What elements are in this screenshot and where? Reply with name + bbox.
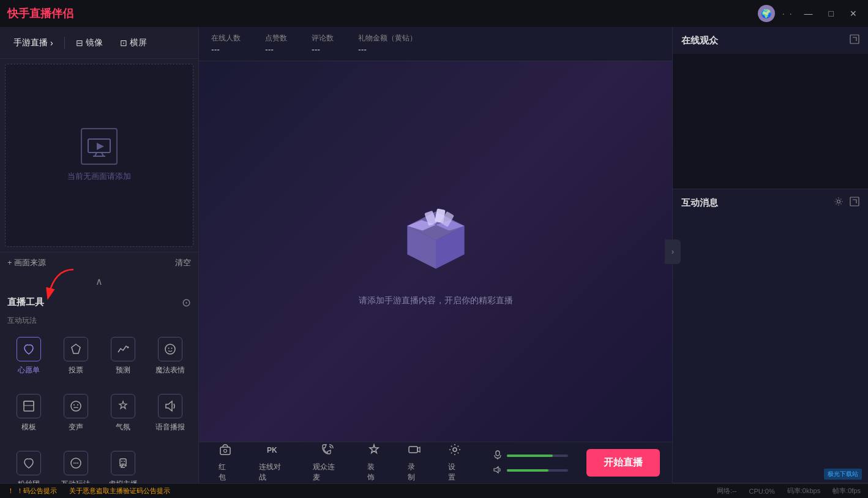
tools-grid-row2: 模板 变声 <box>7 389 191 437</box>
voice-announce-label: 语音播报 <box>155 422 185 432</box>
bottom-toolbar: 红包 PK 连线对战 观众连麦 <box>199 442 672 483</box>
tool-voice-announce[interactable]: 语音播报 <box>149 389 191 437</box>
preview-text: 当前无画面请添加 <box>67 171 131 182</box>
collapse-arrow[interactable]: ∧ <box>0 273 198 290</box>
svg-point-11 <box>71 401 81 411</box>
maximize-button[interactable]: □ <box>825 7 837 20</box>
sidebar-item-landscape[interactable]: ⊡ 横屏 <box>114 34 153 52</box>
svg-point-8 <box>171 347 172 349</box>
source-controls: + 画面来源 清空 <box>0 252 198 273</box>
right-panel: 在线观众 互动消息 <box>672 27 868 483</box>
tool-template[interactable]: 模板 <box>7 389 50 437</box>
preview-icon <box>81 128 118 165</box>
wishlist-icon <box>17 337 41 361</box>
toolbar-pk[interactable]: PK 连线对战 <box>252 439 293 486</box>
toolbar-redpocket[interactable]: 红包 <box>211 439 239 486</box>
template-label: 模板 <box>21 422 36 432</box>
alert2-text: 关于恶意盗取主播验证码公告提示 <box>69 486 170 496</box>
center-collapse-button[interactable]: › <box>665 240 681 264</box>
atmosphere-icon <box>111 394 135 418</box>
stat-gifts-label: 礼物金额（黄钻） <box>358 33 417 43</box>
stat-online-label: 在线人数 <box>211 33 241 43</box>
mobile-live-label: 手游直播 <box>13 37 48 48</box>
virtual-host-label: 虚拟主播 <box>108 479 138 484</box>
record-icon <box>408 443 421 459</box>
tool-interact-play[interactable]: 互动玩法 <box>54 446 97 484</box>
magic-emotion-label: 魔法表情 <box>155 365 185 375</box>
close-button[interactable]: ✕ <box>846 7 861 20</box>
svg-point-7 <box>168 347 169 349</box>
tool-virtual-host[interactable]: 虚拟主播 <box>102 446 144 484</box>
vote-icon <box>64 337 88 361</box>
tool-wishlist[interactable]: 心愿单 <box>7 332 50 380</box>
tool-atmosphere[interactable]: 气氛 <box>102 389 144 437</box>
minimize-button[interactable]: — <box>801 7 817 20</box>
svg-marker-14 <box>166 401 172 411</box>
tool-fan-group[interactable]: 粉丝团 <box>7 446 50 484</box>
watermark: 极光下载站 <box>824 469 862 480</box>
voice-change-label: 变声 <box>69 422 83 432</box>
stat-comments-value: --- <box>312 45 334 55</box>
tool-voice-change[interactable]: 变声 <box>54 389 97 437</box>
app-title: 快手直播伴侣 <box>7 6 73 21</box>
audience-title: 在线观众 <box>681 35 718 47</box>
left-sidebar: 手游直播 › ⊟ 镜像 ⊡ 横屏 <box>0 27 199 483</box>
template-icon <box>17 394 41 418</box>
settings-icon <box>448 443 462 459</box>
svg-point-12 <box>73 404 75 406</box>
pk-icon: PK <box>266 443 279 459</box>
mic-volume-row <box>493 450 568 462</box>
svg-point-21 <box>124 461 125 462</box>
redpocket-label: 红包 <box>219 462 232 483</box>
video-canvas: 请添加手游直播内容，开启你的精彩直播 › <box>199 61 672 442</box>
stat-comments: 评论数 --- <box>312 33 334 55</box>
stat-likes-label: 点赞数 <box>265 33 287 43</box>
svg-point-20 <box>121 461 122 462</box>
sidebar-item-mobile-live[interactable]: 手游直播 › <box>7 34 59 52</box>
svg-point-16 <box>73 462 75 464</box>
alert1-icon: ！ <box>7 486 14 496</box>
speaker-volume-bar[interactable] <box>507 469 568 472</box>
svg-point-34 <box>837 200 840 203</box>
vote-label: 投票 <box>69 365 83 375</box>
interact-play-icon <box>64 451 88 475</box>
avatar: 🌍 <box>758 5 775 22</box>
tool-vote[interactable]: 投票 <box>54 332 97 380</box>
svg-point-5 <box>127 346 129 348</box>
sidebar-item-mirror[interactable]: ⊟ 镜像 <box>70 34 109 52</box>
svg-point-6 <box>165 344 175 354</box>
connect-audience-label: 观众连麦 <box>313 462 340 483</box>
live-tools-section: 直播工具 ⊙ 互动玩法 心愿单 <box>0 290 198 484</box>
status-alert1: ！ ！码公告提示 <box>7 486 57 496</box>
nav-divider <box>64 37 65 49</box>
toolbar-connect-audience[interactable]: 观众连麦 <box>305 439 347 486</box>
status-fps: 帧率:0fps <box>832 486 861 496</box>
tool-predict[interactable]: 预测 <box>102 332 144 380</box>
toolbar-record[interactable]: 录制 <box>400 439 428 486</box>
status-network: 网络:-- <box>717 486 736 496</box>
title-bar-left: 快手直播伴侣 <box>7 6 73 21</box>
audience-icons <box>850 34 859 47</box>
interact-settings-icon[interactable] <box>834 197 844 209</box>
section-more-icon[interactable]: ⊙ <box>182 296 191 309</box>
predict-label: 预测 <box>116 365 130 375</box>
add-source-button[interactable]: + 画面来源 <box>7 257 46 268</box>
clear-button[interactable]: 清空 <box>175 257 191 268</box>
audience-expand-icon[interactable] <box>850 34 859 47</box>
status-right: 网络:-- CPU:0% 码率:0kbps 帧率:0fps 极光下载站 <box>717 486 861 496</box>
interact-expand-icon[interactable] <box>850 197 859 209</box>
start-live-button[interactable]: 开始直播 <box>586 449 660 477</box>
interact-play-label: 互动玩法 <box>61 479 91 484</box>
tool-magic-emotion[interactable]: 魔法表情 <box>149 332 191 380</box>
connect-audience-icon <box>320 443 334 459</box>
svg-marker-4 <box>97 143 104 150</box>
avatar-emoji: 🌍 <box>761 9 771 18</box>
record-label: 录制 <box>408 462 421 483</box>
svg-rect-30 <box>496 451 499 456</box>
toolbar-decorate[interactable]: 装饰 <box>360 439 388 486</box>
status-cpu: CPU:0% <box>749 486 775 496</box>
landscape-icon: ⊡ <box>120 38 127 48</box>
svg-rect-10 <box>24 401 34 406</box>
mic-volume-bar[interactable] <box>507 455 568 457</box>
toolbar-settings[interactable]: 设置 <box>441 439 469 486</box>
